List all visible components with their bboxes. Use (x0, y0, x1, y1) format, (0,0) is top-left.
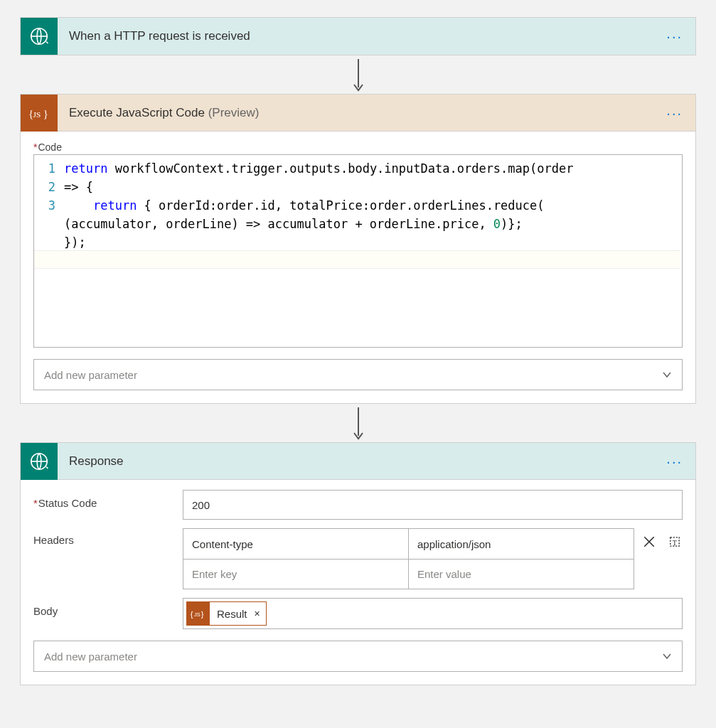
js-action-body: *Code 1 2 3 return workflowContext.trigg… (21, 132, 695, 403)
svg-text:JS: JS (33, 109, 41, 118)
header-row: Enter key Enter value (183, 559, 634, 589)
chevron-down-icon (662, 370, 672, 380)
connector-arrow (20, 404, 696, 442)
trigger-card: When a HTTP request is received ··· (20, 17, 696, 55)
add-parameter-label: Add new parameter (44, 651, 137, 663)
response-title: Response (58, 454, 666, 469)
ellipsis-icon[interactable]: ··· (666, 33, 683, 40)
ellipsis-icon[interactable]: ··· (666, 458, 683, 465)
delete-header-icon[interactable] (641, 534, 657, 550)
svg-text:{: { (191, 610, 193, 619)
add-parameter-dropdown[interactable]: Add new parameter (33, 641, 683, 672)
response-card: Response ··· *Status Code 200 Headers Co… (20, 442, 696, 685)
remove-token-icon[interactable]: × (253, 602, 266, 625)
code-gutter: 1 2 3 (34, 155, 61, 347)
http-request-icon (21, 18, 58, 55)
js-action-title: Execute JavaScript Code (Preview) (58, 106, 666, 120)
code-content[interactable]: return workflowContext.trigger.outputs.b… (61, 155, 682, 347)
headers-label: Headers (33, 528, 183, 546)
add-parameter-label: Add new parameter (44, 369, 137, 381)
header-key-input[interactable]: Enter key (183, 560, 408, 589)
add-parameter-dropdown[interactable]: Add new parameter (33, 359, 683, 390)
connector-arrow (20, 55, 696, 94)
status-code-input[interactable]: 200 (183, 490, 683, 520)
header-value-input[interactable]: Enter value (408, 560, 634, 589)
javascript-icon: { JS } (21, 95, 58, 132)
response-body: *Status Code 200 Headers Content-type ap… (21, 480, 695, 685)
header-key-input[interactable]: Content-type (183, 529, 408, 559)
body-token-result[interactable]: { JS } Result × (186, 601, 267, 626)
token-label: Result (210, 602, 253, 625)
switch-mode-icon[interactable]: T (667, 534, 683, 550)
header-value-input[interactable]: application/json (408, 529, 634, 559)
headers-table: Content-type application/json Enter key … (183, 528, 634, 589)
svg-text:JS: JS (194, 611, 201, 618)
header-row: Content-type application/json (183, 529, 634, 559)
code-editor[interactable]: 1 2 3 return workflowContext.trigger.out… (33, 154, 683, 348)
js-action-header[interactable]: { JS } Execute JavaScript Code (Preview)… (21, 95, 695, 132)
code-field-label: *Code (33, 141, 683, 153)
chevron-down-icon (662, 651, 672, 661)
js-action-card: { JS } Execute JavaScript Code (Preview)… (20, 94, 696, 404)
body-label: Body (33, 598, 183, 617)
body-input[interactable]: { JS } Result × (183, 598, 683, 629)
response-header[interactable]: Response ··· (21, 443, 695, 480)
http-response-icon (21, 443, 58, 480)
svg-text:}: } (201, 610, 204, 619)
svg-text:}: } (43, 107, 48, 119)
status-code-label: *Status Code (33, 490, 183, 509)
trigger-title: When a HTTP request is received (58, 29, 666, 43)
javascript-icon: { JS } (187, 602, 210, 625)
ellipsis-icon[interactable]: ··· (666, 109, 683, 117)
svg-text:T: T (673, 539, 677, 547)
trigger-header[interactable]: When a HTTP request is received ··· (21, 18, 695, 55)
